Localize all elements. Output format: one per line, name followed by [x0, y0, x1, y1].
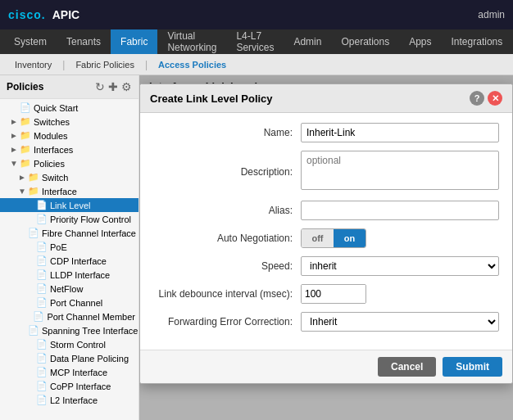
sidebar-title: Policies — [7, 81, 43, 93]
nav-fabric[interactable]: Fabric — [111, 29, 157, 54]
description-label: Description: — [153, 166, 301, 178]
debounce-input[interactable] — [302, 285, 366, 303]
name-field-wrap — [301, 123, 499, 142]
top-bar-left: cisco. APIC — [8, 8, 79, 21]
nav-virtual-networking[interactable]: Virtual Networking — [157, 29, 226, 54]
form-row-alias: Alias: — [153, 201, 499, 220]
auto-neg-label: Auto Negotiation: — [153, 233, 301, 244]
form-row-name: Name: — [153, 123, 499, 142]
nav-system[interactable]: System — [4, 29, 57, 54]
sidebar-item-l2[interactable]: 📄 L2 Interface — [0, 393, 138, 407]
create-link-level-modal: Create Link Level Policy ? ✕ Name: — [139, 84, 513, 384]
settings-icon[interactable]: ⚙ — [121, 80, 132, 93]
submit-button[interactable]: Submit — [443, 357, 502, 377]
modal-title: Create Link Level Policy — [150, 93, 273, 105]
sidebar-item-copp[interactable]: 📄 CoPP Interface — [0, 379, 138, 393]
auto-neg-toggle-wrap: off on — [301, 228, 499, 248]
sidebar-item-spanning-tree[interactable]: 📄 Spanning Tree Interface — [0, 323, 138, 337]
sidebar: Policies ↻ ✚ ⚙ 📄 Quick Start ► 📁 Switche… — [0, 75, 139, 420]
toggle-off-button[interactable]: off — [302, 229, 334, 247]
speed-label: Speed: — [153, 260, 301, 272]
alias-input[interactable] — [301, 201, 499, 220]
nav-integrations[interactable]: Integrations — [442, 29, 513, 54]
sidebar-item-fibre-channel[interactable]: 📄 Fibre Channel Interface — [0, 226, 138, 240]
form-row-debounce: Link debounce interval (msec): ▲ ▼ — [153, 284, 499, 304]
nav-tenants[interactable]: Tenants — [57, 29, 111, 54]
sidebar-icons: ↻ ✚ ⚙ — [95, 80, 132, 93]
sidebar-item-mcp[interactable]: 📄 MCP Interface — [0, 365, 138, 379]
modal-footer: Cancel Submit — [140, 350, 512, 383]
sidebar-item-modules[interactable]: ► 📁 Modules — [0, 129, 138, 142]
sidebar-item-interfaces[interactable]: ► 📁 Interfaces — [0, 142, 138, 156]
auto-neg-toggle: off on — [301, 228, 366, 248]
form-row-auto-neg: Auto Negotiation: off on — [153, 228, 499, 248]
form-row-speed: Speed: inherit 100M 1G 10G 25G 40G 100G — [153, 256, 499, 276]
sidebar-item-netflow[interactable]: 📄 NetFlow — [0, 282, 138, 296]
sidebar-item-lldp[interactable]: 📄 LLDP Interface — [0, 268, 138, 282]
sidebar-item-port-channel[interactable]: 📄 Port Channel — [0, 296, 138, 309]
debounce-spinner-wrap: ▲ ▼ — [301, 284, 499, 304]
top-bar: cisco. APIC admin — [0, 0, 513, 29]
sidebar-item-switches[interactable]: ► 📁 Switches — [0, 115, 138, 129]
sub-nav: Inventory | Fabric Policies | Access Pol… — [0, 54, 513, 75]
nav-l4-l7[interactable]: L4-L7 Services — [226, 29, 284, 54]
modal-close-button[interactable]: ✕ — [488, 91, 502, 106]
sidebar-item-priority-flow[interactable]: 📄 Priority Flow Control — [0, 212, 138, 226]
add-icon[interactable]: ✚ — [108, 80, 118, 93]
subnav-inventory[interactable]: Inventory — [8, 60, 58, 70]
subnav-fabric-policies[interactable]: Fabric Policies — [69, 60, 141, 70]
modal-body: Name: Description: Alias: — [140, 113, 512, 350]
sidebar-item-quick-start[interactable]: 📄 Quick Start — [0, 101, 138, 115]
description-input[interactable] — [301, 151, 499, 190]
fec-select[interactable]: Inherit Auto Off cl91-rs-fec cl74-fc-fec — [301, 312, 499, 332]
sidebar-item-switch[interactable]: ► 📁 Switch — [0, 170, 138, 184]
nav-bar: System Tenants Fabric Virtual Networking… — [0, 29, 513, 54]
sidebar-header: Policies ↻ ✚ ⚙ — [0, 75, 138, 99]
debounce-spinner: ▲ ▼ — [301, 284, 366, 304]
name-input[interactable] — [301, 123, 499, 142]
modal-help-button[interactable]: ? — [470, 91, 484, 106]
sidebar-tree: 📄 Quick Start ► 📁 Switches ► 📁 Modules ►… — [0, 99, 138, 409]
app-title: APIC — [52, 8, 79, 21]
sidebar-item-data-plane[interactable]: 📄 Data Plane Policing — [0, 351, 138, 365]
modal-overlay: Create Link Level Policy ? ✕ Name: — [139, 75, 513, 420]
form-row-fec: Forwarding Error Correction: Inherit Aut… — [153, 312, 499, 332]
name-label: Name: — [153, 127, 301, 138]
sidebar-item-link-level[interactable]: 📄 Link Level — [0, 198, 138, 212]
sidebar-item-policies[interactable]: ▼ 📁 Policies — [0, 156, 138, 170]
sidebar-item-storm-control[interactable]: 📄 Storm Control — [0, 337, 138, 351]
speed-select-wrap: inherit 100M 1G 10G 25G 40G 100G — [301, 256, 499, 276]
form-row-description: Description: — [153, 151, 499, 192]
sidebar-item-port-channel-member[interactable]: 📄 Port Channel Member — [0, 309, 138, 323]
nav-admin[interactable]: Admin — [284, 29, 331, 54]
sidebar-item-interface[interactable]: ▼ 📁 Interface — [0, 184, 138, 198]
modal-title-bar: Create Link Level Policy ? ✕ — [140, 84, 512, 113]
sidebar-item-cdp[interactable]: 📄 CDP Interface — [0, 254, 138, 268]
top-bar-user: admin — [478, 9, 505, 20]
toggle-on-button[interactable]: on — [334, 229, 365, 247]
main-layout: Policies ↻ ✚ ⚙ 📄 Quick Start ► 📁 Switche… — [0, 75, 513, 420]
cisco-logo: cisco. — [8, 8, 46, 21]
alias-label: Alias: — [153, 205, 301, 216]
subnav-access-policies[interactable]: Access Policies — [152, 60, 233, 70]
nav-apps[interactable]: Apps — [399, 29, 441, 54]
fec-label: Forwarding Error Correction: — [153, 316, 301, 327]
nav-operations[interactable]: Operations — [331, 29, 399, 54]
fec-select-wrap: Inherit Auto Off cl91-rs-fec cl74-fc-fec — [301, 312, 499, 332]
refresh-icon[interactable]: ↻ — [95, 80, 105, 93]
sidebar-item-poe[interactable]: 📄 PoE — [0, 240, 138, 254]
speed-select[interactable]: inherit 100M 1G 10G 25G 40G 100G — [301, 256, 499, 276]
debounce-label: Link debounce interval (msec): — [153, 288, 301, 300]
alias-field-wrap — [301, 201, 499, 220]
description-field-wrap — [301, 151, 499, 192]
content-area: Interface – Link Level Name label AutoNe… — [139, 75, 513, 420]
cancel-button[interactable]: Cancel — [378, 357, 436, 377]
